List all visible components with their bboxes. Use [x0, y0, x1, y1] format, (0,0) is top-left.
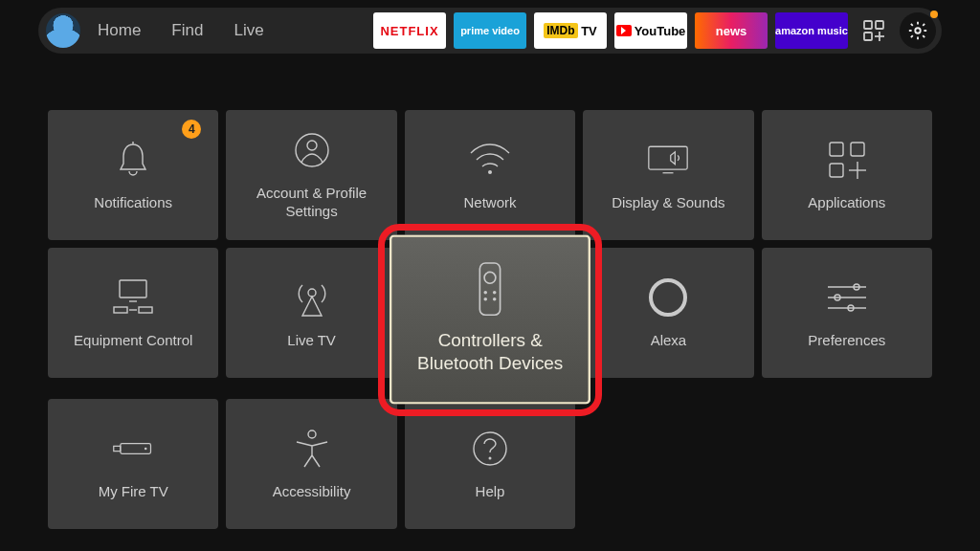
svg-point-38 [474, 432, 506, 465]
nav-home[interactable]: Home [84, 21, 154, 40]
notification-dot-icon [930, 11, 938, 18]
app-prime-video-label: prime video [460, 25, 520, 36]
svg-rect-2 [864, 33, 872, 40]
apps-plus-icon [826, 139, 868, 181]
tile-label: Network [463, 194, 516, 212]
antenna-icon [291, 276, 333, 319]
svg-point-27 [651, 280, 685, 315]
app-news[interactable]: news [695, 12, 768, 49]
grid-plus-icon [862, 19, 885, 42]
svg-rect-18 [139, 307, 152, 313]
tile-display[interactable]: Display & Sounds [583, 110, 753, 240]
tile-alexa[interactable]: Alexa [583, 248, 753, 378]
tile-label: Equipment Control [74, 332, 192, 350]
tile-live-tv[interactable]: Live TV [226, 248, 396, 378]
tile-label: Accessibility [273, 483, 351, 501]
tile-label: Live TV [287, 332, 336, 350]
svg-point-26 [493, 298, 497, 301]
tile-network[interactable]: Network [405, 110, 575, 240]
tile-my-fire-tv[interactable]: My Fire TV [48, 399, 218, 529]
tile-label: Controllers & Bluetooth Devices [401, 330, 580, 375]
svg-rect-0 [864, 21, 872, 29]
tile-label: Notifications [94, 194, 172, 212]
fire-tv-stick-icon [112, 428, 154, 470]
nav-find[interactable]: Find [158, 21, 216, 40]
svg-rect-11 [851, 143, 864, 156]
svg-point-24 [493, 291, 497, 295]
tile-accessibility[interactable]: Accessibility [226, 399, 396, 529]
tile-applications[interactable]: Applications [762, 110, 932, 240]
settings-grid: 4 Notifications Account & Profile Settin… [48, 110, 932, 529]
tile-label: My Fire TV [99, 483, 168, 501]
accessibility-person-icon [291, 428, 333, 470]
app-youtube-label: YouTube [635, 24, 686, 38]
svg-point-23 [483, 291, 487, 295]
tile-account[interactable]: Account & Profile Settings [226, 110, 396, 240]
tile-label: Display & Sounds [612, 194, 724, 212]
svg-point-8 [488, 170, 492, 174]
svg-point-39 [488, 456, 491, 459]
app-amazon-music[interactable]: amazon music [775, 12, 848, 49]
svg-point-7 [307, 141, 317, 150]
svg-rect-21 [479, 263, 500, 315]
app-youtube[interactable]: YouTube [614, 12, 687, 49]
svg-rect-9 [649, 146, 687, 169]
profile-avatar[interactable] [46, 13, 80, 48]
svg-point-25 [483, 298, 487, 301]
svg-rect-15 [120, 280, 146, 298]
svg-point-36 [145, 447, 147, 450]
notifications-badge: 4 [182, 120, 201, 139]
tile-controllers[interactable]: Controllers & Bluetooth Devices [390, 235, 591, 405]
tile-label: Account & Profile Settings [235, 185, 387, 221]
apps-library-button[interactable] [856, 12, 892, 49]
tile-label: Applications [808, 194, 885, 212]
svg-rect-1 [876, 21, 883, 29]
tile-notifications[interactable]: 4 Notifications [48, 110, 218, 240]
svg-point-22 [484, 272, 496, 283]
tile-equipment[interactable]: Equipment Control [48, 248, 218, 378]
gear-icon [907, 20, 928, 41]
svg-rect-12 [830, 164, 843, 177]
nav-live[interactable]: Live [220, 21, 277, 40]
app-imdb-tv[interactable]: IMDb TV [534, 12, 607, 49]
svg-rect-35 [114, 446, 121, 451]
svg-point-37 [308, 430, 316, 438]
svg-rect-17 [114, 307, 127, 313]
tile-preferences[interactable]: Preferences [762, 248, 932, 378]
tv-audio-icon [647, 139, 689, 181]
app-netflix[interactable]: NETFLIX [373, 12, 446, 49]
sliders-icon [826, 276, 868, 319]
wifi-icon [469, 139, 511, 181]
devices-icon [112, 276, 154, 319]
settings-button[interactable] [900, 12, 936, 49]
user-circle-icon [291, 129, 333, 171]
bell-icon [112, 139, 154, 181]
youtube-icon [616, 25, 632, 36]
alexa-ring-icon [647, 276, 689, 319]
svg-point-5 [915, 28, 921, 33]
tile-label: Alexa [651, 332, 687, 350]
app-prime-video[interactable]: prime video [454, 12, 526, 49]
remote-icon [465, 264, 515, 314]
tile-help[interactable]: Help [405, 399, 575, 529]
svg-rect-10 [830, 143, 843, 156]
help-circle-icon [469, 428, 511, 470]
tile-label: Preferences [808, 332, 885, 350]
top-nav-bar: Home Find Live NETFLIX prime video IMDb … [38, 8, 942, 54]
tile-label: Help [476, 483, 505, 501]
